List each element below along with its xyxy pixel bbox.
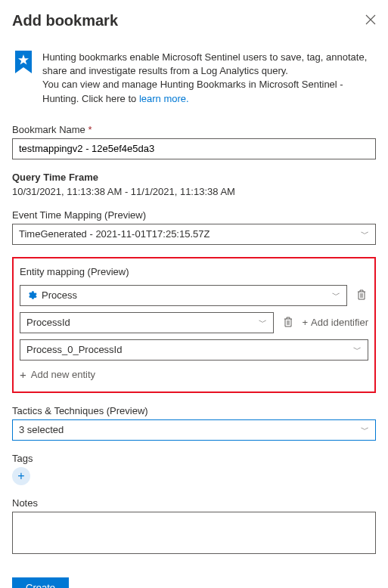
plus-icon: + <box>17 469 24 483</box>
plus-icon: + <box>20 368 26 381</box>
entity-mapping-label: Entity mapping (Preview) <box>20 266 368 277</box>
chevron-down-icon: ﹀ <box>361 424 369 435</box>
event-time-value: TimeGenerated - 2021-11-01T17:25:15.57Z <box>19 228 210 240</box>
close-icon <box>365 14 376 25</box>
info-line1: Hunting bookmarks enable Microsoft Senti… <box>42 51 367 76</box>
plus-icon: + <box>303 317 309 328</box>
info-line2: You can view and manage Hunting Bookmark… <box>42 79 343 104</box>
trash-icon <box>356 289 367 300</box>
chevron-down-icon: ﹀ <box>332 289 340 301</box>
delete-entity-button[interactable] <box>355 287 368 304</box>
entity-type-value: Process <box>42 289 77 301</box>
chevron-down-icon: ﹀ <box>259 317 267 328</box>
event-time-label: Event Time Mapping (Preview) <box>12 209 376 221</box>
chevron-down-icon: ﹀ <box>361 228 369 240</box>
query-time-value: 10/31/2021, 11:13:38 AM - 11/1/2021, 11:… <box>12 186 376 197</box>
chevron-down-icon: ﹀ <box>353 344 362 355</box>
add-tag-button[interactable]: + <box>12 467 30 485</box>
bookmark-name-label: Bookmark Name <box>12 124 376 135</box>
bookmark-name-input[interactable] <box>12 138 376 159</box>
gear-icon <box>26 290 37 301</box>
tactics-label: Tactics & Techniques (Preview) <box>12 405 376 416</box>
notes-input[interactable] <box>12 512 376 554</box>
identifier2-value: Process_0_ProcessId <box>26 344 122 355</box>
close-button[interactable] <box>365 13 376 29</box>
identifier2-select[interactable]: Process_0_ProcessId ﹀ <box>20 339 368 361</box>
tactics-select[interactable]: 3 selected ﹀ <box>12 419 376 441</box>
notes-label: Notes <box>12 497 376 509</box>
create-button[interactable]: Create <box>12 577 69 588</box>
add-identifier-button[interactable]: + Add identifier <box>303 317 368 328</box>
learn-more-link[interactable]: learn more. <box>139 93 189 104</box>
delete-identifier-button[interactable] <box>281 314 295 331</box>
trash-icon <box>283 316 293 327</box>
add-entity-button[interactable]: + Add new entity <box>20 368 368 381</box>
info-banner: Hunting bookmarks enable Microsoft Senti… <box>12 51 376 106</box>
add-entity-label: Add new entity <box>31 369 95 380</box>
tactics-value: 3 selected <box>19 424 64 435</box>
query-time-label: Query Time Frame <box>12 172 376 183</box>
identifier-value: ProcessId <box>26 317 70 328</box>
entity-type-select[interactable]: Process ﹀ <box>20 285 347 306</box>
add-identifier-label: Add identifier <box>311 317 368 328</box>
page-title: Add bookmark <box>12 12 118 29</box>
identifier-select[interactable]: ProcessId ﹀ <box>20 312 274 333</box>
bookmark-icon <box>14 51 33 106</box>
tags-label: Tags <box>12 453 376 464</box>
event-time-select[interactable]: TimeGenerated - 2021-11-01T17:25:15.57Z … <box>12 224 376 245</box>
entity-mapping-section: Entity mapping (Preview) Process ﹀ Proce… <box>12 257 376 393</box>
